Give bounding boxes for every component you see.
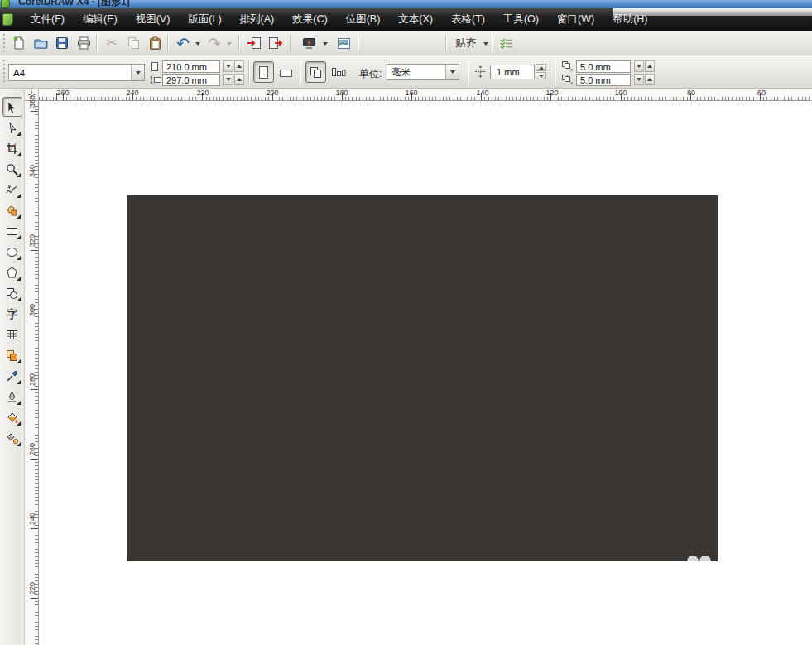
welcome-screen-button[interactable] bbox=[334, 34, 353, 52]
duplicate-x-field[interactable]: 5.0 mm bbox=[576, 60, 631, 73]
ruler-label: 100 bbox=[614, 89, 627, 97]
menu-arrange[interactable]: 排列(A) bbox=[231, 8, 284, 31]
text-tool[interactable]: 字 bbox=[2, 304, 22, 324]
triangle-down-icon bbox=[637, 65, 641, 68]
paper-height-field[interactable]: 297.0 mm bbox=[162, 74, 220, 86]
snap-to-button[interactable]: 贴齐 bbox=[452, 34, 480, 52]
export-button[interactable] bbox=[267, 34, 285, 52]
separator bbox=[492, 35, 492, 51]
separator bbox=[555, 60, 555, 84]
paper-type-dropdown[interactable] bbox=[131, 65, 144, 80]
spin-up-button[interactable] bbox=[234, 74, 244, 85]
horizontal-ruler[interactable]: 260 240 220 200 180 160 140 120 100 80 6… bbox=[39, 89, 812, 101]
nudge-offset-icon bbox=[474, 65, 487, 78]
spin-down-button[interactable] bbox=[634, 60, 644, 72]
cut-icon: ✂ bbox=[106, 36, 117, 50]
cut-button[interactable]: ✂ bbox=[103, 34, 121, 52]
undo-dropdown[interactable] bbox=[194, 40, 201, 48]
spin-down-button[interactable] bbox=[536, 72, 546, 79]
ellipse-tool[interactable] bbox=[2, 242, 22, 262]
menu-file[interactable]: 文件(F) bbox=[22, 8, 74, 31]
duplicate-y-field[interactable]: 5.0 mm bbox=[576, 74, 631, 86]
redo-dropdown[interactable] bbox=[225, 40, 233, 48]
landscape-button[interactable] bbox=[276, 61, 296, 83]
launcher-dropdown[interactable] bbox=[321, 40, 329, 48]
nudge-offset-field[interactable]: .1 mm bbox=[490, 65, 535, 79]
separator bbox=[238, 35, 239, 51]
triangle-down-icon bbox=[226, 78, 231, 81]
menu-table[interactable]: 表格(T) bbox=[442, 8, 494, 31]
paper-type-combobox[interactable]: A4 bbox=[8, 64, 145, 81]
menu-layout[interactable]: 版面(L) bbox=[179, 8, 230, 31]
menu-text[interactable]: 文本(X) bbox=[389, 8, 442, 31]
menu-window[interactable]: 窗口(W) bbox=[548, 8, 603, 31]
table-tool[interactable] bbox=[2, 325, 22, 344]
current-page-button[interactable] bbox=[328, 61, 348, 83]
flyout-indicator-icon bbox=[17, 421, 21, 426]
undo-icon: ↶ bbox=[176, 36, 190, 51]
interactive-blend-tool[interactable] bbox=[2, 345, 22, 365]
redo-button[interactable]: ↷ bbox=[205, 34, 223, 52]
spin-down-button[interactable] bbox=[223, 60, 233, 72]
undo-button[interactable]: ↶ bbox=[174, 34, 192, 52]
open-button[interactable] bbox=[31, 34, 50, 52]
vertical-ruler[interactable]: 360 340 320 300 280 260 240 220 bbox=[25, 101, 39, 645]
fill-tool[interactable] bbox=[2, 407, 22, 427]
zoom-tool[interactable] bbox=[2, 159, 22, 179]
redo-icon: ↷ bbox=[208, 36, 221, 51]
interactive-fill-tool[interactable] bbox=[2, 428, 22, 448]
flyout-indicator-icon bbox=[17, 277, 21, 281]
toolbar-grip[interactable] bbox=[2, 34, 6, 51]
ruler-label: 180 bbox=[335, 89, 348, 97]
rectangle-tool[interactable] bbox=[2, 221, 22, 241]
spin-down-button[interactable] bbox=[223, 74, 233, 85]
pick-tool[interactable] bbox=[2, 97, 22, 117]
portrait-button[interactable] bbox=[253, 61, 274, 83]
shape-tool[interactable] bbox=[2, 118, 22, 137]
save-button[interactable] bbox=[53, 34, 71, 52]
import-button[interactable] bbox=[245, 34, 263, 52]
crop-tool[interactable] bbox=[2, 138, 22, 158]
drawing-canvas[interactable] bbox=[39, 101, 812, 645]
basic-shapes-tool[interactable] bbox=[2, 283, 22, 303]
titlebar: CorelDRAW X4 - [图形1] bbox=[0, 0, 812, 8]
paste-button[interactable] bbox=[146, 34, 164, 52]
options-button[interactable] bbox=[497, 34, 515, 52]
all-pages-button[interactable] bbox=[305, 61, 326, 83]
chevron-down-icon bbox=[323, 42, 328, 46]
outline-pen-tool[interactable] bbox=[2, 387, 22, 407]
spin-down-button[interactable] bbox=[634, 74, 644, 85]
duplicate-x-spinner[interactable] bbox=[634, 60, 655, 72]
spin-up-button[interactable] bbox=[645, 74, 655, 85]
units-dropdown[interactable] bbox=[445, 65, 459, 79]
new-button[interactable] bbox=[10, 34, 28, 52]
eyedropper-tool[interactable] bbox=[2, 366, 22, 386]
copy-button[interactable] bbox=[124, 34, 142, 52]
spin-up-button[interactable] bbox=[536, 64, 546, 71]
menu-edit[interactable]: 编辑(E) bbox=[74, 8, 127, 31]
document-icon[interactable] bbox=[2, 13, 13, 26]
menu-view[interactable]: 视图(V) bbox=[127, 8, 180, 31]
paper-height-spinner[interactable] bbox=[223, 74, 244, 85]
snap-dropdown[interactable] bbox=[482, 40, 489, 48]
menu-effects[interactable]: 效果(C) bbox=[283, 8, 336, 31]
application-launcher-button[interactable] bbox=[300, 34, 318, 52]
svg-text:y: y bbox=[570, 80, 573, 84]
paper-width-spinner[interactable] bbox=[223, 60, 244, 72]
nudge-spinner[interactable] bbox=[536, 64, 546, 79]
spin-up-button[interactable] bbox=[645, 60, 655, 72]
paper-width-field[interactable]: 210.0 mm bbox=[162, 60, 220, 73]
propbar-grip[interactable] bbox=[2, 60, 6, 84]
freehand-tool[interactable] bbox=[2, 180, 22, 200]
ruler-label: 140 bbox=[476, 89, 488, 97]
menu-help[interactable]: 帮助(H) bbox=[603, 8, 656, 31]
duplicate-y-spinner[interactable] bbox=[634, 74, 655, 85]
placed-image-object[interactable] bbox=[127, 195, 718, 561]
spin-up-button[interactable] bbox=[234, 60, 244, 72]
polygon-tool[interactable] bbox=[2, 262, 22, 282]
menu-bitmaps[interactable]: 位图(B) bbox=[337, 8, 390, 31]
menu-tools[interactable]: 工具(O) bbox=[494, 8, 548, 31]
units-combobox[interactable]: 毫米 bbox=[387, 64, 459, 80]
smart-fill-tool[interactable] bbox=[2, 200, 22, 220]
print-button[interactable] bbox=[74, 34, 93, 52]
